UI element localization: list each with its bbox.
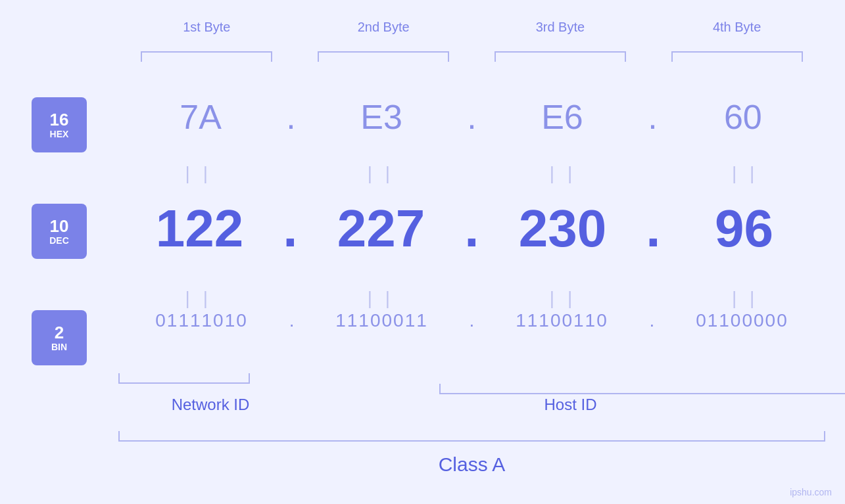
network-id-label: Network ID	[118, 396, 302, 414]
bottom-brackets-container	[118, 373, 825, 384]
class-label: Class A	[118, 453, 825, 476]
equals-1-b2: | |	[315, 163, 447, 184]
host-id-label: Host ID	[316, 396, 825, 414]
hex-dot-3: .	[648, 97, 657, 137]
base-dec-label: DEC	[49, 235, 69, 246]
bin-dot-1: .	[289, 310, 295, 331]
equals-1-b3: | |	[497, 163, 629, 184]
hex-byte-2: E3	[316, 97, 447, 137]
hex-row: 7A . E3 . E6 . 60	[118, 97, 825, 137]
byte-header-4: 4th Byte	[655, 20, 819, 35]
equals-row-2: | | | | | | | |	[118, 288, 825, 309]
dec-byte-4: 96	[678, 198, 809, 259]
dec-byte-1: 122	[133, 198, 265, 259]
equals-2-b2: | |	[315, 288, 447, 309]
equals-2-b1: | |	[133, 288, 264, 309]
dec-byte-3: 230	[496, 198, 628, 259]
byte-header-1: 1st Byte	[124, 20, 289, 35]
bin-byte-3: 11100110	[496, 310, 627, 331]
bin-byte-2: 11100011	[316, 310, 448, 331]
bin-dot-3: .	[650, 310, 655, 331]
equals-2-b4: | |	[679, 288, 811, 309]
watermark: ipshu.com	[790, 487, 832, 497]
bin-byte-4: 01100000	[676, 310, 808, 331]
base-hex: 16 HEX	[32, 97, 87, 152]
bracket-top-3	[495, 51, 626, 62]
byte-header-3: 3rd Byte	[478, 20, 642, 35]
main-container: 16 HEX 10 DEC 2 BIN 1st Byte 2nd Byte 3r…	[0, 0, 845, 504]
hex-byte-4: 60	[677, 97, 809, 137]
byte-header-2: 2nd Byte	[301, 20, 466, 35]
bottom-full-bracket	[118, 431, 825, 442]
base-dec-number: 10	[50, 217, 69, 236]
equals-1-b4: | |	[679, 163, 811, 184]
bracket-top-1	[141, 51, 272, 62]
bracket-network	[118, 373, 250, 384]
bracket-top-4	[671, 51, 803, 62]
base-bin: 2 BIN	[32, 310, 87, 365]
bin-row: 01111010 . 11100011 . 11100110 . 0110000…	[118, 310, 825, 331]
hex-dot-1: .	[286, 97, 295, 137]
equals-1-b1: | |	[133, 163, 264, 184]
bracket-top-2	[318, 51, 449, 62]
dec-dot-1: .	[283, 198, 297, 259]
dec-dot-2: .	[464, 198, 479, 259]
bin-dot-2: .	[470, 310, 475, 331]
base-bin-number: 2	[55, 323, 64, 342]
base-bin-label: BIN	[51, 342, 67, 352]
dec-row: 122 . 227 . 230 . 96	[118, 198, 825, 259]
base-hex-label: HEX	[50, 129, 69, 139]
top-brackets	[118, 51, 825, 62]
equals-2-b3: | |	[497, 288, 629, 309]
bracket-host	[439, 384, 845, 394]
bin-byte-1: 01111010	[136, 310, 268, 331]
byte-headers: 1st Byte 2nd Byte 3rd Byte 4th Byte	[118, 20, 825, 35]
dec-dot-3: .	[646, 198, 660, 259]
base-dec: 10 DEC	[32, 204, 87, 259]
base-hex-number: 16	[50, 110, 69, 129]
hex-byte-3: E6	[496, 97, 628, 137]
hex-byte-1: 7A	[135, 97, 266, 137]
dec-byte-2: 227	[315, 198, 447, 259]
hex-dot-2: .	[467, 97, 476, 137]
equals-row-1: | | | | | | | |	[118, 163, 825, 184]
